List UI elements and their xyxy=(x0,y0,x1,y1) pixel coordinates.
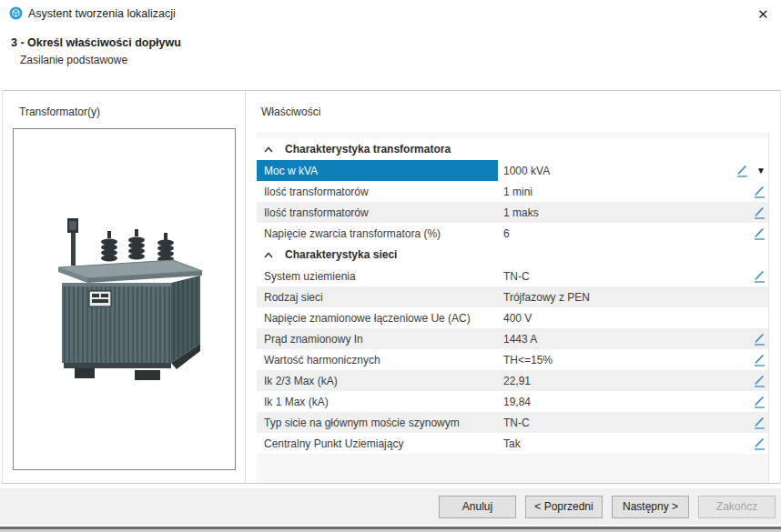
property-value: 1 maks xyxy=(498,202,753,223)
edit-pencil-icon[interactable] xyxy=(735,165,748,177)
edit-pencil-icon[interactable] xyxy=(753,270,766,283)
property-row[interactable]: Napięcie zwarcia transformatora (%) 6 ▼ xyxy=(257,223,768,244)
chevron-up-icon xyxy=(264,146,277,153)
property-label: Moc w kVA xyxy=(257,160,498,181)
property-value: TN-C xyxy=(498,412,753,433)
edit-pencil-icon[interactable] xyxy=(753,375,766,387)
property-value: 1000 kVA xyxy=(498,160,735,181)
property-value: Tak xyxy=(498,433,753,454)
property-value: 19,84 xyxy=(498,391,753,412)
property-row[interactable]: Prąd znamionowy In 1443 A ▼ xyxy=(257,328,768,349)
property-label: Ik 2/3 Max (kA) xyxy=(257,370,498,391)
step-subtitle: Zasilanie podstawowe xyxy=(20,54,127,66)
property-label: System uziemienia xyxy=(257,266,498,286)
property-label: Ilość transformatorów xyxy=(257,181,498,202)
next-button[interactable]: Następny > xyxy=(612,496,689,518)
content-area: Transformator(y) xyxy=(2,90,781,484)
property-label: Ilość transformatorów xyxy=(257,202,498,223)
property-label: Rodzaj sieci xyxy=(257,286,498,307)
property-value: 6 xyxy=(498,223,753,244)
transformer-image xyxy=(38,209,211,387)
finish-button[interactable]: Zakończ xyxy=(698,496,776,518)
property-row[interactable]: Moc w kVA 1000 kVA ▼ xyxy=(257,160,768,181)
edit-pencil-icon[interactable] xyxy=(753,333,766,346)
panel-divider xyxy=(245,91,246,483)
chevron-up-icon xyxy=(264,252,277,258)
property-value: 1 mini xyxy=(498,181,753,202)
app-icon xyxy=(9,6,23,20)
property-row[interactable]: Ik 2/3 Max (kA) 22,91 ▼ xyxy=(257,370,768,391)
transformer-image-frame xyxy=(13,128,236,470)
window-title: Asystent tworzenia lokalizacji xyxy=(28,7,176,20)
step-title: 3 - Określ właściwości dopływu xyxy=(11,36,181,49)
property-label: Ik 1 Max (kA) xyxy=(257,391,498,412)
property-row[interactable]: Wartość harmonicznych TH<=15% ▼ xyxy=(257,349,768,370)
property-row[interactable]: Centralny Punkt Uziemiający Tak ▼ xyxy=(257,433,768,454)
property-value: TH<=15% xyxy=(498,349,753,370)
property-row[interactable]: Ilość transformatorów 1 mini ▼ xyxy=(257,181,768,202)
property-value: Trójfazowy z PEN xyxy=(498,286,766,307)
section-title: Charakterystyka transformatora xyxy=(285,143,451,156)
property-row[interactable]: Typ sicie na głównym moście szynowym TN-… xyxy=(257,412,768,433)
section-header[interactable]: Charakterystyka sieci xyxy=(257,244,768,266)
edit-pencil-icon[interactable] xyxy=(753,206,766,219)
property-label: Wartość harmonicznych xyxy=(257,349,498,370)
property-value: 400 V xyxy=(498,307,766,328)
properties-panel-title: Właściwości xyxy=(261,105,320,118)
property-label: Prąd znamionowy In xyxy=(257,328,498,349)
property-label: Napięcie znamionowe łączeniowe Ue (AC) xyxy=(257,307,498,328)
previous-button[interactable]: < Poprzedni xyxy=(525,496,603,518)
edit-pencil-icon[interactable] xyxy=(753,437,766,450)
edit-pencil-icon[interactable] xyxy=(753,227,766,240)
property-row[interactable]: System uziemienia TN-C ▼ xyxy=(257,266,768,286)
property-row[interactable]: Rodzaj sieci Trójfazowy z PEN ▼ xyxy=(257,286,768,307)
property-row[interactable]: Ik 1 Max (kA) 19,84 ▼ xyxy=(257,391,768,412)
properties-grid: Charakterystyka transformatora Moc w kVA… xyxy=(257,133,769,483)
close-icon[interactable]: ✕ xyxy=(752,5,770,23)
footer: Anuluj < Poprzedni Następny > Zakończ xyxy=(0,488,781,525)
dropdown-caret-icon[interactable]: ▼ xyxy=(756,166,766,176)
property-row[interactable]: Ilość transformatorów 1 maks ▼ xyxy=(257,202,768,223)
property-value: 22,91 xyxy=(498,370,753,391)
transformer-panel-title: Transformator(y) xyxy=(19,105,100,118)
titlebar: Asystent tworzenia lokalizacji ✕ xyxy=(0,0,781,25)
property-value: 1443 A xyxy=(498,328,753,349)
property-label: Centralny Punkt Uziemiający xyxy=(257,433,498,454)
edit-pencil-icon[interactable] xyxy=(753,417,766,429)
property-label: Typ sicie na głównym moście szynowym xyxy=(257,412,498,433)
property-label: Napięcie zwarcia transformatora (%) xyxy=(257,223,498,244)
cancel-button[interactable]: Anuluj xyxy=(439,496,516,518)
property-row[interactable]: Napięcie znamionowe łączeniowe Ue (AC) 4… xyxy=(257,307,768,328)
section-header[interactable]: Charakterystyka transformatora xyxy=(257,138,768,160)
edit-pencil-icon[interactable] xyxy=(753,186,766,198)
section-title: Charakterystyka sieci xyxy=(285,248,397,261)
edit-pencil-icon[interactable] xyxy=(753,354,766,366)
property-value: TN-C xyxy=(498,266,753,286)
edit-pencil-icon[interactable] xyxy=(753,396,766,408)
